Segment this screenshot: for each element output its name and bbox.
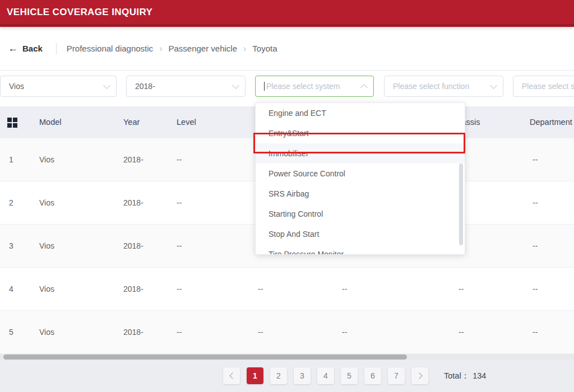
divider (56, 43, 57, 54)
cell-row-number: 5 (9, 311, 13, 353)
system-dropdown-panel: Engine and ECT Entry&Start Immobiliser P… (255, 102, 465, 255)
dropdown-option[interactable]: Power Source Control (256, 164, 465, 184)
software-select-placeholder: Please select s (522, 82, 574, 91)
cell-level: -- (177, 138, 182, 181)
breadcrumb-item-toyota[interactable]: Toyota (252, 44, 277, 53)
total-value: 134 (473, 371, 486, 380)
dropdown-option[interactable]: Tire Pressure Monitor (256, 244, 465, 255)
cell-department: -- (533, 181, 538, 224)
table-row[interactable]: 5 Vios 2018- -- -- -- -- -- (0, 311, 574, 354)
cell-row-number: 2 (9, 181, 13, 224)
system-dropdown-list: Engine and ECT Entry&Start Immobiliser P… (256, 103, 465, 255)
cell-year: 2018- (123, 311, 144, 353)
cell-department: -- (533, 268, 538, 310)
dropdown-scrollbar-thumb[interactable] (459, 164, 463, 245)
system-select-placeholder: Please select system (266, 82, 340, 91)
cell-row-number: 3 (9, 225, 13, 267)
horizontal-scrollbar[interactable] (0, 354, 574, 360)
cell-level: -- (177, 311, 182, 353)
cell-department: -- (533, 138, 538, 181)
next-page-button[interactable] (411, 367, 428, 384)
cell-model: Vios (39, 225, 54, 267)
chevron-down-icon (232, 82, 239, 89)
cell-occluded-1: -- (258, 268, 263, 310)
cell-row-number: 4 (9, 268, 13, 310)
column-header-year: Year (123, 106, 140, 138)
cell-model: Vios (39, 181, 54, 224)
dropdown-option[interactable]: Immobiliser (256, 143, 465, 164)
cell-chassis: -- (459, 268, 464, 310)
cell-row-number: 1 (9, 138, 13, 181)
breadcrumb: Professional diagnostic › Passenger vehi… (67, 44, 277, 54)
cell-model: Vios (39, 138, 54, 181)
app-header: VEHICLE COVERAGE INQUIRY (0, 0, 574, 27)
chevron-right-icon (416, 372, 422, 379)
cell-chassis: -- (459, 311, 464, 353)
system-select[interactable]: Please select system (255, 76, 374, 97)
breadcrumb-bar: ← Back Professional diagnostic › Passeng… (0, 27, 574, 71)
back-arrow-icon: ← (8, 43, 18, 54)
page-buttons: 1 2 3 4 5 6 7 (247, 367, 405, 384)
text-caret (264, 82, 265, 91)
chevron-right-icon: › (159, 44, 162, 54)
total-label: Total： (444, 371, 469, 381)
page-number-button[interactable]: 6 (364, 367, 381, 384)
column-header-department: Department (530, 106, 572, 138)
cell-year: 2018- (123, 181, 144, 224)
cell-department: -- (533, 225, 538, 267)
cell-department: -- (533, 311, 538, 353)
page-number-button[interactable]: 7 (388, 367, 405, 384)
breadcrumb-item-professional-diagnostic[interactable]: Professional diagnostic (67, 44, 153, 53)
cell-occluded-2: -- (342, 311, 347, 353)
cell-level: -- (177, 268, 182, 310)
chevron-down-icon (490, 82, 497, 89)
page-number-button[interactable]: 4 (317, 367, 334, 384)
grid-view-icon[interactable] (7, 118, 17, 128)
page-number-button[interactable]: 5 (341, 367, 358, 384)
footer-bar: 1 2 3 4 5 6 7 Total： 134 (0, 360, 574, 392)
total-count: Total： 134 (444, 371, 486, 381)
year-select-value: 2018- (135, 82, 155, 91)
page-number-button[interactable]: 3 (294, 367, 311, 384)
cell-occluded-2: -- (342, 268, 347, 310)
dropdown-option[interactable]: Engine and ECT (256, 103, 465, 123)
dropdown-option[interactable]: SRS Airbag (256, 184, 465, 204)
dropdown-option[interactable]: Starting Control (256, 204, 465, 224)
table-row[interactable]: 4 Vios 2018- -- -- -- -- -- (0, 268, 574, 311)
column-header-model: Model (39, 106, 62, 138)
chevron-up-icon (360, 84, 368, 91)
cell-year: 2018- (123, 225, 144, 267)
chevron-left-icon (229, 372, 235, 379)
software-select[interactable]: Please select s (513, 76, 574, 97)
cell-model: Vios (39, 311, 54, 353)
cell-occluded-1: -- (258, 311, 263, 353)
breadcrumb-item-passenger-vehicle[interactable]: Passenger vehicle (168, 44, 237, 53)
cell-model: Vios (39, 268, 54, 310)
column-header-level: Level (177, 106, 196, 138)
chevron-down-icon (103, 82, 110, 89)
page-title: VEHICLE COVERAGE INQUIRY (7, 0, 152, 24)
model-select-value: Vios (9, 82, 24, 91)
pagination: 1 2 3 4 5 6 7 Total： 134 (223, 367, 486, 384)
cell-year: 2018- (123, 138, 144, 181)
page-number-button[interactable]: 1 (247, 367, 263, 384)
cell-year: 2018- (123, 268, 144, 310)
function-select[interactable]: Please select function (384, 76, 503, 97)
year-select[interactable]: 2018- (126, 76, 246, 97)
horizontal-scrollbar-thumb[interactable] (3, 354, 407, 360)
cell-level: -- (177, 225, 182, 267)
model-select[interactable]: Vios (0, 76, 117, 97)
chevron-right-icon: › (243, 44, 246, 54)
dropdown-option[interactable]: Stop And Start (256, 224, 465, 244)
function-select-placeholder: Please select function (393, 82, 469, 91)
dropdown-option[interactable]: Entry&Start (256, 123, 465, 143)
cell-level: -- (177, 181, 182, 224)
previous-page-button[interactable] (223, 367, 240, 384)
back-button[interactable]: ← Back (8, 43, 43, 54)
page-number-button[interactable]: 2 (270, 367, 287, 384)
back-label: Back (22, 44, 43, 53)
